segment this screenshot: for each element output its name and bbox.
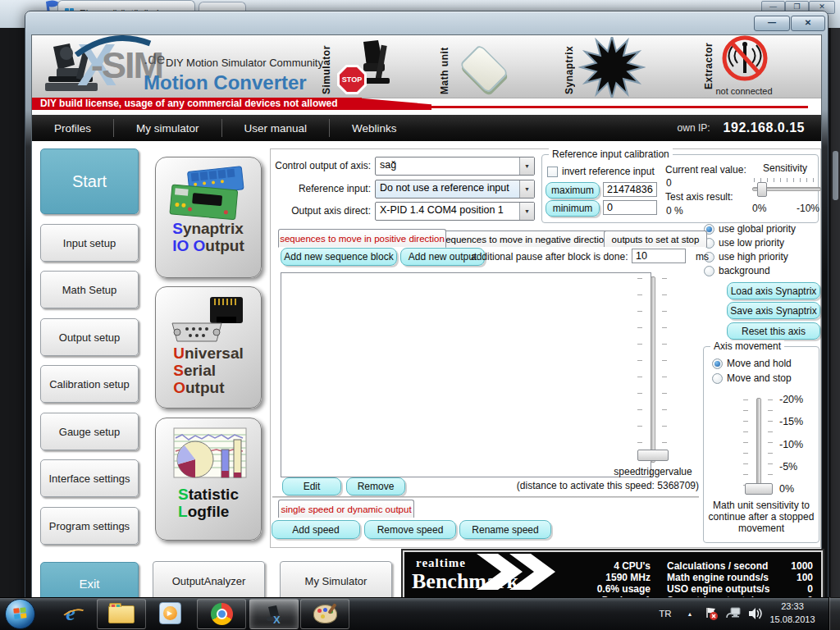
tab-positive-direction[interactable]: sequences to move in positive direction	[278, 229, 446, 248]
minimum-value-input[interactable]	[603, 200, 657, 215]
header-banner: X -SIM .de DIY Motion Simulator Communit…	[32, 35, 821, 98]
edit-button[interactable]: Edit	[282, 477, 341, 495]
taskbar-chrome[interactable]	[197, 599, 246, 629]
sidebar-item-calibration-setup[interactable]: Calibration setup	[40, 365, 139, 403]
radio-move-and-hold[interactable]: Move and hold	[712, 358, 792, 369]
window-close-button[interactable]: ✕	[791, 16, 825, 31]
sidebar-item-output-setup[interactable]: Output setup	[40, 318, 139, 356]
current-real-value: 0	[666, 177, 672, 189]
taskbar-explorer[interactable]	[97, 599, 146, 629]
maximum-button[interactable]: maximum	[546, 182, 600, 199]
math-sensitivity-slider-thumb[interactable]	[745, 483, 773, 495]
radio-icon[interactable]	[704, 266, 714, 276]
save-axis-synaptrix-button[interactable]: Save axis Synaptrix	[727, 302, 820, 319]
start-button[interactable]	[5, 599, 35, 629]
show-desktop-button[interactable]	[829, 597, 840, 630]
universal-serial-output-button[interactable]: Universal Serial Output	[155, 286, 262, 409]
benchmark-chevrons-icon	[477, 554, 567, 590]
window-content: X -SIM .de DIY Motion Simulator Communit…	[31, 34, 822, 630]
reference-calibration-group: Reference input calibration invert refer…	[541, 154, 819, 223]
radio-use-high-priority[interactable]: use high priority	[704, 251, 788, 262]
pause-value-input[interactable]	[632, 249, 686, 263]
sidebar-item-math-setup[interactable]: Math Setup	[40, 271, 139, 308]
pause-unit: ms	[696, 251, 709, 262]
speedtrigger-slider-thumb[interactable]	[637, 450, 669, 461]
radio-move-and-stop[interactable]: Move and stop	[712, 372, 792, 384]
remove-speed-button[interactable]: Remove speed	[364, 520, 456, 539]
volume-icon[interactable]	[745, 597, 765, 630]
action-center-flag-icon[interactable]	[702, 597, 720, 630]
taskbar-xsim[interactable]: X	[249, 599, 299, 629]
control-output-select[interactable]: sağ▼	[375, 157, 535, 176]
uso-outputs-value: 0	[767, 583, 813, 595]
rename-speed-button[interactable]: Rename speed	[459, 520, 551, 539]
current-real-value-label: Current real value:	[665, 164, 746, 176]
tab-outputs-at-stop[interactable]: outputs to set at stop	[604, 231, 707, 247]
output-axis-direct-select[interactable]: X-PID 1.4 COM4 position 1▼	[375, 202, 535, 221]
add-speed-button[interactable]: Add speed	[272, 520, 360, 539]
taskbar-media-player[interactable]: ▶	[151, 599, 189, 628]
sidebar-item-input-setup[interactable]: Input setup	[40, 224, 139, 262]
media-player-icon: ▶	[159, 602, 181, 624]
product-name: Motion Converter	[144, 71, 307, 94]
tray-language[interactable]: TR	[653, 597, 678, 630]
checkbox-icon[interactable]	[547, 167, 558, 177]
output-analyzer-button[interactable]: OutputAnalyzer	[153, 561, 265, 600]
synaptrix-io-output-button[interactable]: Synaptrix IO Output	[155, 157, 262, 278]
math-sensitivity-slider-track[interactable]	[756, 398, 761, 495]
license-swoosh	[354, 98, 431, 110]
tab-single-speed[interactable]: single speed or dynamic output	[278, 500, 414, 518]
my-simulator-button[interactable]: My Simulator	[280, 561, 392, 600]
menu-profiles[interactable]: Profiles	[32, 122, 113, 135]
brand-tagline: DIY Motion Simulator Community	[166, 57, 323, 69]
menu-user-manual[interactable]: User manual	[222, 122, 330, 135]
load-axis-synaptrix-button[interactable]: Load axis Synaptrix	[727, 282, 820, 299]
internet-explorer-icon: e	[66, 603, 75, 624]
menu-weblinks[interactable]: Weblinks	[330, 122, 419, 135]
sidebar-item-start[interactable]: Start	[40, 148, 139, 214]
menu-my-simulator[interactable]: My simulator	[114, 122, 221, 135]
radio-use-low-priority[interactable]: use low priority	[704, 237, 784, 249]
radio-use-global-priority[interactable]: use global priority	[704, 223, 796, 235]
taskbar-paint[interactable]	[300, 599, 349, 629]
taskbar-clock[interactable]: 23:33 15.08.2013	[763, 600, 822, 626]
sidebar-item-program-settings[interactable]: Program settings	[40, 507, 139, 545]
invert-reference-checkbox[interactable]: invert reference input	[547, 166, 655, 177]
slider-ticks	[637, 278, 642, 459]
network-icon[interactable]	[724, 597, 743, 630]
radio-background[interactable]: background	[704, 265, 770, 276]
sequence-list[interactable]	[281, 272, 651, 477]
benchmark-logo-realtime: realtime	[416, 556, 466, 570]
radio-icon[interactable]	[712, 358, 723, 369]
windows-logo-icon	[13, 607, 27, 621]
speedtrigger-slider-track[interactable]	[651, 276, 655, 463]
minimum-button[interactable]: minimum	[546, 200, 600, 217]
speedtrigger-label: speedtriggervalue	[603, 466, 703, 477]
statistic-logfile-button[interactable]: Statistic Logfile	[155, 418, 262, 541]
output-axis-direct-label: Output axis direct:	[272, 205, 371, 217]
tray-hidden-icons-arrow[interactable]: ▲	[682, 597, 697, 630]
taskbar-internet-explorer[interactable]: e	[52, 599, 89, 628]
reset-this-axis-button[interactable]: Reset this axis	[727, 322, 820, 340]
license-text: DIY build license, usage of any commerci…	[32, 98, 362, 110]
xsim-window: — ✕ X -SIM .de DIY Motion Simu	[25, 11, 829, 630]
scale-minus10: -10%	[779, 439, 803, 450]
clock-date: 15.08.2013	[763, 613, 822, 626]
header-label-extractor: Extractor	[703, 40, 714, 89]
sidebar-item-gauge-setup[interactable]: Gauge setup	[40, 413, 139, 450]
maximum-value-input[interactable]	[603, 182, 657, 197]
menu-bar: Profiles My simulator User manual Weblin…	[32, 115, 821, 141]
add-new-sequence-block-button[interactable]: Add new sequence block	[281, 248, 397, 266]
radio-icon[interactable]	[712, 373, 723, 384]
tab-negative-direction[interactable]: sequences to move in negative direction	[438, 231, 612, 247]
calc-per-second-value: 1000	[767, 560, 813, 572]
sensitivity-slider-thumb[interactable]	[757, 182, 767, 197]
remove-button[interactable]: Remove	[346, 477, 405, 495]
paint-icon	[313, 605, 337, 623]
scale-minus20: -20%	[779, 394, 803, 405]
reference-input-select[interactable]: Do not use a reference input▼	[375, 180, 535, 199]
license-line	[426, 106, 808, 108]
sidebar-item-interface-settings[interactable]: Interface settings	[40, 459, 139, 497]
window-minimize-button[interactable]: —	[754, 16, 790, 31]
browser-scrollbar[interactable]	[831, 28, 840, 597]
